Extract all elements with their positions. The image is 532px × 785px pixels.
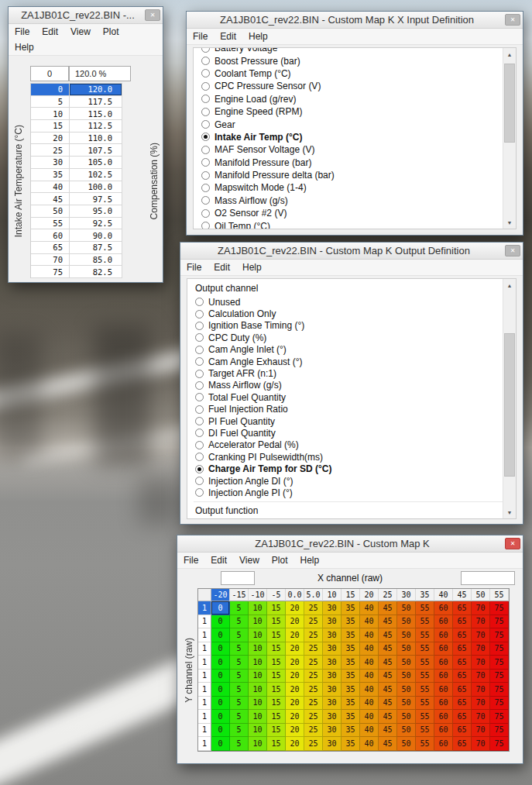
- map-cell-value[interactable]: 30: [323, 683, 342, 697]
- map-cell-value[interactable]: 25: [304, 615, 323, 629]
- map-cell-value[interactable]: 35: [342, 670, 360, 683]
- map-cell-value[interactable]: 45: [379, 670, 397, 683]
- comp-axis-cell[interactable]: 10: [31, 108, 70, 120]
- comp-value-cell[interactable]: 102.5: [70, 169, 122, 181]
- map-row-header[interactable]: 1: [198, 683, 211, 697]
- radio-option[interactable]: Accelerator Pedal (%): [189, 439, 516, 451]
- map-col-header[interactable]: -10: [249, 589, 267, 601]
- map-cell-value[interactable]: 30: [323, 710, 342, 724]
- close-icon[interactable]: [505, 245, 520, 257]
- map-cell-value[interactable]: 5: [230, 642, 249, 656]
- map-cell-value[interactable]: 40: [360, 737, 379, 751]
- map-cell-value[interactable]: 15: [267, 710, 286, 724]
- map-cell-value[interactable]: 30: [323, 642, 342, 656]
- map-cell-value[interactable]: 30: [323, 601, 342, 615]
- comp-value-cell[interactable]: 115.0: [70, 108, 122, 120]
- close-icon[interactable]: [505, 538, 520, 549]
- radio-option[interactable]: Cam Angle Exhaust (°): [189, 356, 516, 367]
- map-cell-value[interactable]: 10: [249, 656, 267, 670]
- map-cell-value[interactable]: 35: [342, 628, 360, 642]
- map-row-header[interactable]: 1: [198, 615, 211, 629]
- menu-item-file[interactable]: File: [9, 24, 36, 40]
- radio-option[interactable]: Mapswitch Mode (1-4): [195, 181, 516, 194]
- map-col-header[interactable]: 5.0: [304, 589, 323, 601]
- scrollbar[interactable]: [503, 48, 516, 229]
- map-cell-value[interactable]: 25: [304, 628, 323, 642]
- cell-value-box[interactable]: 120.0 %: [69, 66, 131, 81]
- map-cell-value[interactable]: 35: [342, 642, 360, 656]
- map-cell-value[interactable]: 55: [416, 601, 434, 615]
- map-cell-value[interactable]: 45: [379, 737, 397, 751]
- map-cell-value[interactable]: 50: [397, 737, 416, 751]
- map-cell-value[interactable]: 35: [342, 710, 360, 724]
- map-col-header[interactable]: 15: [342, 589, 360, 601]
- map-cell-value[interactable]: 40: [360, 724, 379, 738]
- radio-option[interactable]: Manifold Pressure (bar): [195, 157, 516, 169]
- map-cell-value[interactable]: 65: [453, 697, 472, 711]
- map-cell-value[interactable]: 35: [342, 656, 360, 670]
- map-col-header[interactable]: -15: [230, 589, 249, 601]
- map-cell-value[interactable]: 10: [249, 615, 267, 629]
- radio-option[interactable]: Unused: [189, 296, 516, 308]
- map-cell-value[interactable]: 60: [434, 710, 453, 724]
- map-cell-value[interactable]: 5: [230, 670, 249, 683]
- radio-option[interactable]: Oil Temp (°C): [195, 219, 516, 229]
- menu-item-plot[interactable]: Plot: [266, 553, 294, 568]
- map-cell-value[interactable]: 40: [360, 670, 379, 683]
- map-cell-value[interactable]: 5: [230, 697, 249, 711]
- map-cell-value[interactable]: 60: [434, 642, 453, 656]
- map-cell-value[interactable]: 75: [490, 710, 509, 724]
- map-cell-value[interactable]: 25: [304, 642, 323, 656]
- map-cell-value[interactable]: 70: [472, 601, 490, 615]
- map-cell-value[interactable]: 55: [416, 656, 434, 670]
- scroll-thumb[interactable]: [504, 64, 515, 143]
- menu-item-help[interactable]: Help: [294, 553, 326, 568]
- menu-item-edit[interactable]: Edit: [204, 553, 233, 568]
- map-col-header[interactable]: -20: [211, 589, 230, 601]
- map-cell-value[interactable]: 55: [416, 683, 434, 697]
- map-cell-value[interactable]: 15: [267, 724, 286, 738]
- map-cell-value[interactable]: 75: [490, 697, 509, 711]
- map-cell-value[interactable]: 10: [249, 724, 267, 738]
- map-cell-value[interactable]: 50: [397, 642, 416, 656]
- map-row-header[interactable]: 1: [198, 642, 211, 656]
- comp-value-cell[interactable]: 100.0: [70, 181, 122, 194]
- map-cell-value[interactable]: 35: [342, 683, 360, 697]
- radio-option[interactable]: Engine Speed (RPM): [195, 105, 516, 118]
- map-cell-value[interactable]: 30: [323, 724, 342, 738]
- close-icon[interactable]: [145, 9, 160, 21]
- map-cell-value[interactable]: 5: [230, 615, 249, 629]
- map-cell-value[interactable]: 25: [304, 737, 323, 751]
- map-cell-value[interactable]: 0: [211, 642, 230, 656]
- comp-axis-cell[interactable]: 0: [31, 84, 70, 96]
- map-cell-value[interactable]: 50: [397, 670, 416, 683]
- menu-item-view[interactable]: View: [64, 24, 97, 40]
- radio-option[interactable]: CPC Pressure Sensor (V): [195, 80, 516, 92]
- map-cell-value[interactable]: 15: [267, 628, 286, 642]
- map-cell-value[interactable]: 65: [453, 601, 472, 615]
- map-cell-value[interactable]: 65: [453, 710, 472, 724]
- comp-value-cell[interactable]: 97.5: [70, 193, 122, 205]
- map-cell-value[interactable]: 45: [379, 601, 397, 615]
- comp-value-cell[interactable]: 110.0: [70, 133, 122, 145]
- radio-option[interactable]: O2 Sensor #2 (V): [195, 207, 516, 219]
- comp-axis-cell[interactable]: 75: [31, 266, 70, 278]
- map-row-header[interactable]: 1: [198, 697, 211, 711]
- comp-axis-cell[interactable]: 25: [31, 144, 70, 157]
- map-cell-value[interactable]: 25: [304, 724, 323, 738]
- comp-axis-cell[interactable]: 60: [31, 229, 70, 242]
- map-cell-value[interactable]: 20: [286, 683, 304, 697]
- map-row-header[interactable]: 1: [198, 656, 211, 670]
- map-cell-value[interactable]: 15: [267, 697, 286, 711]
- map-cell-value[interactable]: 0: [211, 710, 230, 724]
- map-col-header[interactable]: 45: [453, 589, 472, 601]
- comp-axis-cell[interactable]: 70: [31, 254, 70, 267]
- map-cell-value[interactable]: 65: [453, 724, 472, 738]
- comp-axis-cell[interactable]: 15: [31, 120, 70, 133]
- map-cell-value[interactable]: 60: [434, 737, 453, 751]
- map-cell-value[interactable]: 5: [230, 683, 249, 697]
- map-cell-value[interactable]: 5: [230, 710, 249, 724]
- map-cell-value[interactable]: 40: [360, 683, 379, 697]
- menu-item-view[interactable]: View: [233, 553, 266, 568]
- map-cell-value[interactable]: 55: [416, 710, 434, 724]
